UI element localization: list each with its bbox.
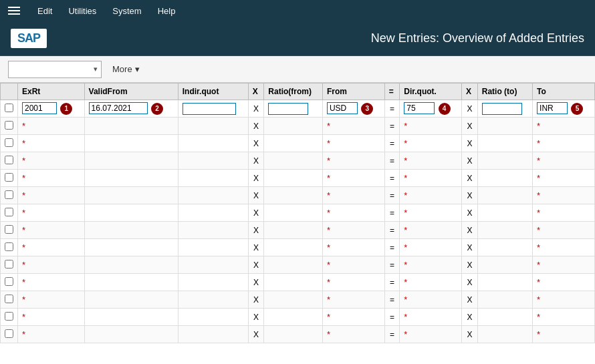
row-equals: = bbox=[384, 326, 400, 343]
row-checkbox-cell bbox=[1, 309, 18, 326]
row1-dirquot: 4 bbox=[400, 100, 462, 118]
row1-checkbox[interactable] bbox=[5, 104, 13, 112]
row-ratiofrom bbox=[264, 291, 323, 309]
row-validfrom bbox=[84, 118, 178, 135]
row1-to-input[interactable] bbox=[537, 102, 568, 114]
table-row-star-5: * X * = * X * bbox=[1, 170, 595, 187]
row-checkbox-cell bbox=[1, 135, 18, 152]
menu-help[interactable]: Help bbox=[151, 3, 183, 19]
row-indirquot bbox=[178, 204, 248, 222]
row1-indirquot-input[interactable] bbox=[183, 103, 236, 115]
row-dirquot: * bbox=[400, 326, 462, 343]
row-from: * bbox=[322, 187, 384, 204]
row-validfrom bbox=[84, 291, 178, 309]
row-checkbox[interactable] bbox=[5, 121, 13, 130]
row-equals: = bbox=[384, 118, 400, 135]
row-indirquot bbox=[178, 187, 248, 204]
row1-ratiofrom bbox=[264, 100, 323, 118]
row-exrt: * bbox=[18, 187, 85, 204]
row-validfrom bbox=[84, 239, 178, 256]
table-row-1: 1 2 X 3 = bbox=[1, 100, 595, 118]
row-checkbox-cell bbox=[1, 256, 18, 274]
menu-system[interactable]: System bbox=[106, 3, 148, 19]
row1-to: 5 bbox=[533, 100, 595, 118]
row-validfrom bbox=[84, 170, 178, 187]
row1-ratiofrom-input[interactable] bbox=[268, 103, 308, 115]
row-x2: X bbox=[462, 309, 478, 326]
row1-x2: X bbox=[462, 100, 478, 118]
col-dirquot: Dir.quot. bbox=[400, 83, 462, 100]
table-row-star-12: * X * = * X * bbox=[1, 291, 595, 309]
row-ratiofrom bbox=[264, 309, 323, 326]
row-checkbox[interactable] bbox=[5, 277, 13, 286]
row1-ratioto-input[interactable] bbox=[482, 103, 522, 115]
row-x2: X bbox=[462, 118, 478, 135]
row-from: * bbox=[322, 326, 384, 343]
row-checkbox[interactable] bbox=[5, 208, 13, 216]
row-to: * bbox=[533, 152, 595, 170]
row-to: * bbox=[533, 256, 595, 274]
toolbar-select[interactable] bbox=[8, 61, 102, 78]
row-exrt: * bbox=[18, 291, 85, 309]
row-to: * bbox=[533, 309, 595, 326]
row-checkbox[interactable] bbox=[5, 312, 13, 321]
row1-exrt-input[interactable] bbox=[22, 102, 57, 114]
row-checkbox[interactable] bbox=[5, 295, 13, 303]
row-equals: = bbox=[384, 170, 400, 187]
row-checkbox[interactable] bbox=[5, 190, 13, 199]
row-to: * bbox=[533, 239, 595, 256]
row-checkbox[interactable] bbox=[5, 242, 13, 251]
row-validfrom bbox=[84, 256, 178, 274]
row-checkbox[interactable] bbox=[5, 225, 13, 234]
row-checkbox-cell bbox=[1, 152, 18, 170]
row-x2: X bbox=[462, 291, 478, 309]
row-validfrom bbox=[84, 204, 178, 222]
row-checkbox[interactable] bbox=[5, 329, 13, 338]
row-to: * bbox=[533, 326, 595, 343]
row-indirquot bbox=[178, 309, 248, 326]
row1-validfrom-input[interactable] bbox=[89, 102, 148, 114]
row-dirquot: * bbox=[400, 187, 462, 204]
row-x2: X bbox=[462, 135, 478, 152]
row-indirquot bbox=[178, 256, 248, 274]
hamburger-menu[interactable] bbox=[5, 4, 23, 17]
row-x1: X bbox=[248, 239, 264, 256]
row-ratiofrom bbox=[264, 187, 323, 204]
menu-edit[interactable]: Edit bbox=[31, 3, 59, 19]
row1-equals: = bbox=[384, 100, 400, 118]
row-checkbox[interactable] bbox=[5, 156, 13, 164]
title-bar: SAP New Entries: Overview of Added Entri… bbox=[0, 21, 595, 56]
row1-validfrom: 2 bbox=[84, 100, 178, 118]
row-checkbox[interactable] bbox=[5, 173, 13, 182]
row-exrt: * bbox=[18, 239, 85, 256]
row-x1: X bbox=[248, 187, 264, 204]
col-to: To bbox=[533, 83, 595, 100]
row-checkbox[interactable] bbox=[5, 138, 13, 147]
row1-checkbox-cell bbox=[1, 100, 18, 118]
row-ratioto bbox=[477, 204, 532, 222]
row-checkbox-cell bbox=[1, 291, 18, 309]
annotation-5: 5 bbox=[571, 103, 583, 115]
row-checkbox[interactable] bbox=[5, 260, 13, 268]
row-ratiofrom bbox=[264, 274, 323, 291]
row-ratiofrom bbox=[264, 118, 323, 135]
table-row-star-6: * X * = * X * bbox=[1, 187, 595, 204]
annotation-1: 1 bbox=[60, 103, 72, 115]
row-equals: = bbox=[384, 274, 400, 291]
table-area: ExRt ValidFrom Indir.quot X Ratio(from) … bbox=[0, 83, 595, 364]
row-equals: = bbox=[384, 256, 400, 274]
row-indirquot bbox=[178, 170, 248, 187]
row1-dirquot-input[interactable] bbox=[404, 102, 435, 114]
row-x1: X bbox=[248, 222, 264, 239]
table-row-star-3: * X * = * X * bbox=[1, 135, 595, 152]
row-x1: X bbox=[248, 204, 264, 222]
row1-from-input[interactable] bbox=[327, 102, 358, 114]
col-validfrom: ValidFrom bbox=[84, 83, 178, 100]
page-title: New Entries: Overview of Added Entries bbox=[371, 31, 584, 45]
menu-utilities[interactable]: Utilities bbox=[62, 3, 103, 19]
row-validfrom bbox=[84, 326, 178, 343]
more-button[interactable]: More ▾ bbox=[107, 61, 145, 77]
row-exrt: * bbox=[18, 170, 85, 187]
table-row-star-14: * X * = * X * bbox=[1, 326, 595, 343]
row-from: * bbox=[322, 170, 384, 187]
